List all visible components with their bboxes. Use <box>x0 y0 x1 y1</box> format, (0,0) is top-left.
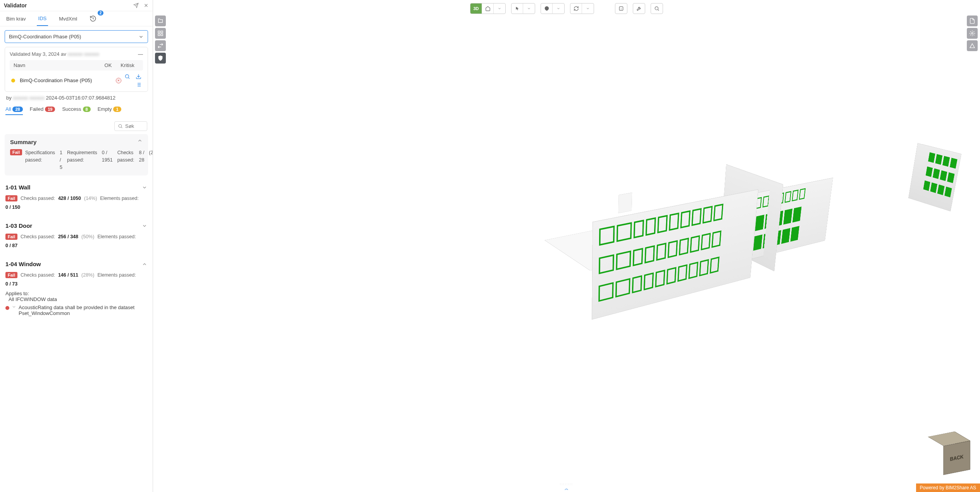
download-icon[interactable] <box>136 74 141 79</box>
validated-user-redacted: xxxxxx xxxxxx <box>67 51 99 57</box>
summary-fail-badge: Fail <box>10 149 22 155</box>
search-icon <box>118 124 123 129</box>
side-toolbar <box>155 15 166 64</box>
shield-button[interactable] <box>155 53 166 64</box>
leaf-dropdown[interactable] <box>553 3 564 14</box>
table-row: BimQ-Coordination Phase (P05) ✕ <box>10 71 143 88</box>
row-name: BimQ-Coordination Phase (P05) <box>18 77 113 84</box>
doc-button[interactable] <box>967 15 978 26</box>
search-box[interactable] <box>114 121 147 131</box>
filter-all[interactable]: All 28 <box>5 106 23 115</box>
gear-button[interactable] <box>967 28 978 39</box>
tab-history[interactable]: 2 <box>88 11 102 26</box>
filter-success[interactable]: Success 8 <box>62 106 90 114</box>
all-count: 28 <box>12 107 22 112</box>
status-dot-yellow <box>11 79 15 83</box>
rule-text: AcousticRating data shall be provided in… <box>19 304 147 316</box>
section-head-window[interactable]: 1-04 Window <box>5 259 147 269</box>
list-icon[interactable] <box>136 82 141 88</box>
swap-button[interactable] <box>155 40 166 51</box>
cursor-button[interactable] <box>512 3 523 14</box>
checks-label: Checks passed: <box>117 149 134 164</box>
author-redacted: xxxxxx xxxxxx <box>13 95 45 101</box>
triangle-button[interactable] <box>967 40 978 51</box>
filter-empty[interactable]: Empty 1 <box>98 106 121 114</box>
svg-rect-5 <box>161 34 163 36</box>
folder-button[interactable] <box>155 15 166 26</box>
cursor-dropdown[interactable] <box>523 3 535 14</box>
zoom-button[interactable] <box>651 3 663 14</box>
viewport-3d[interactable]: 3D <box>153 0 980 492</box>
history-badge: 2 <box>98 10 104 15</box>
error-icon: ✕ <box>116 78 121 83</box>
tab-bimkrav[interactable]: Bim krav <box>5 12 28 26</box>
leaf-button[interactable] <box>541 3 553 14</box>
refresh-dropdown[interactable] <box>582 3 594 14</box>
drag-handle[interactable]: :::::::: <box>560 482 573 486</box>
svg-rect-3 <box>161 31 163 33</box>
status-dot-red <box>5 306 9 310</box>
collapse-icon[interactable]: — <box>138 51 143 57</box>
top-toolbar: 3D <box>470 3 663 14</box>
th-navn: Navn <box>14 62 100 68</box>
chevron-down-icon <box>142 185 147 190</box>
tabs: Bim krav IDS MvdXml 2 <box>0 11 153 26</box>
chevron-down-icon <box>12 304 16 309</box>
nav-cube[interactable]: BACK LEFT <box>930 434 968 473</box>
grid-button[interactable] <box>155 28 166 39</box>
svg-rect-2 <box>158 31 160 33</box>
view-3d-button[interactable]: 3D <box>470 3 482 14</box>
section-wall: 1-01 Wall Fail Checks passed: 428 / 1050… <box>5 182 147 214</box>
summary-collapse-icon[interactable] <box>137 138 143 143</box>
filter-failed[interactable]: Failed 19 <box>30 106 55 114</box>
svg-rect-4 <box>158 34 160 36</box>
bottom-expand-icon[interactable]: ︽ <box>565 486 568 491</box>
chevron-down-icon <box>142 223 147 229</box>
th-kritisk: Kritisk <box>116 62 139 68</box>
svg-point-7 <box>655 7 658 10</box>
home-dropdown[interactable] <box>494 3 505 14</box>
applies-value: All IFCWINDOW data <box>5 296 147 302</box>
tab-mvdxml[interactable]: MvdXml <box>57 12 79 26</box>
powered-by-badge: Powered by BIM2Share AS <box>916 483 980 492</box>
section-head-wall[interactable]: 1-01 Wall <box>5 182 147 192</box>
detach-icon[interactable] <box>133 3 139 8</box>
right-toolbar <box>967 15 978 51</box>
validator-panel: Validator Bim krav IDS MvdXml 2 BimQ-Coo… <box>0 0 153 492</box>
success-count: 8 <box>83 107 91 112</box>
phase-select-value: BimQ-Coordination Phase (P05) <box>9 34 81 40</box>
panel-title: Validator <box>4 2 27 9</box>
refresh-button[interactable] <box>570 3 582 14</box>
summary-heading: Summary <box>10 139 143 145</box>
navcube-back[interactable]: BACK <box>943 440 970 475</box>
by-line: by xxxxxx xxxxxx 2024-05-03T16:07:07.968… <box>0 95 153 105</box>
section-head-door[interactable]: 1-03 Door <box>5 221 147 231</box>
spec-label: Specifications passed: <box>25 149 55 164</box>
summary-box: Summary Fail Specifications passed: 1 /5… <box>5 134 148 175</box>
filter-row: All 28 Failed 19 Success 8 Empty 1 <box>0 105 153 134</box>
svg-point-0 <box>126 75 129 78</box>
tab-ids[interactable]: IDS <box>37 12 48 26</box>
building-model[interactable] <box>223 46 933 461</box>
search-input[interactable] <box>125 123 144 129</box>
panel-header: Validator <box>0 0 153 11</box>
section-door: 1-03 Door Fail Checks passed: 256 / 348 … <box>5 221 147 252</box>
home-button[interactable] <box>482 3 494 14</box>
failed-count: 19 <box>45 107 55 112</box>
empty-count: 1 <box>113 107 121 112</box>
pct: (28%) <box>149 149 153 157</box>
svg-point-1 <box>119 124 122 127</box>
search-result-icon[interactable] <box>124 74 130 79</box>
rule-row[interactable]: AcousticRating data shall be provided in… <box>5 304 147 316</box>
validated-prefix: Validated May 3, 2024 av <box>10 51 66 57</box>
info-button[interactable] <box>615 3 627 14</box>
applies-label: Applies to: <box>5 291 147 296</box>
th-ok: OK <box>100 62 116 68</box>
chevron-up-icon <box>142 261 147 267</box>
phase-select[interactable]: BimQ-Coordination Phase (P05) <box>5 30 148 43</box>
wrench-button[interactable] <box>633 3 645 14</box>
table-header: Navn OK Kritisk <box>10 60 143 71</box>
close-icon[interactable] <box>143 3 149 8</box>
svg-point-8 <box>971 33 973 34</box>
section-window: 1-04 Window Fail Checks passed: 146 / 51… <box>5 259 147 320</box>
